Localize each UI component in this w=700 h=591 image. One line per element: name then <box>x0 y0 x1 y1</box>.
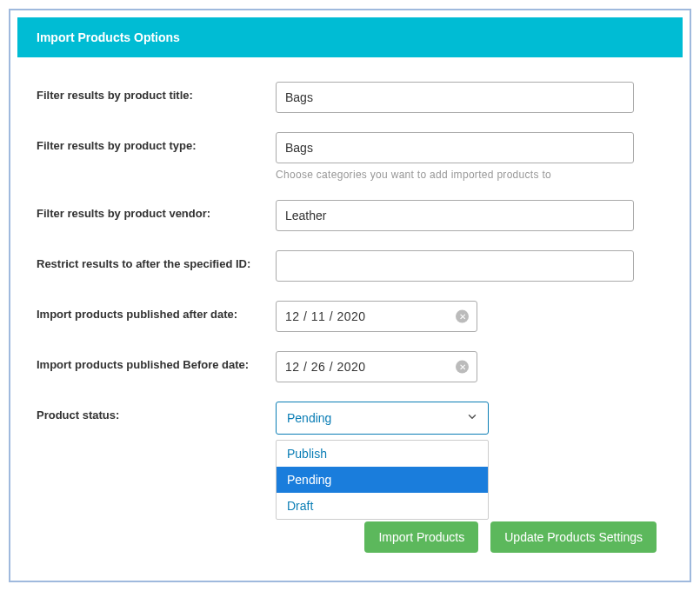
update-settings-button[interactable]: Update Products Settings <box>490 521 657 553</box>
label-published-after: Import products published after date: <box>37 301 276 323</box>
panel-header: Import Products Options <box>17 17 683 57</box>
row-product-type: Filter results by product type: Choose c… <box>37 132 663 181</box>
input-product-vendor[interactable] <box>276 200 634 231</box>
status-dropdown: Publish Pending Draft <box>276 440 489 520</box>
label-after-id: Restrict results to after the specified … <box>37 250 276 273</box>
row-after-id: Restrict results to after the specified … <box>37 250 663 282</box>
label-product-title: Filter results by product title: <box>37 82 276 104</box>
clear-icon[interactable]: ✕ <box>456 361 469 374</box>
select-display[interactable]: Pending <box>276 402 489 435</box>
select-product-status[interactable]: Pending <box>276 402 489 435</box>
panel-body: Filter results by product title: Filter … <box>17 57 683 574</box>
input-product-type[interactable] <box>276 132 634 163</box>
row-product-title: Filter results by product title: <box>37 82 663 113</box>
label-product-type: Filter results by product type: <box>37 132 276 155</box>
option-draft[interactable]: Draft <box>277 493 488 519</box>
input-product-title[interactable] <box>276 82 634 113</box>
row-product-status: Product status: Pending Publish Pending … <box>37 402 663 435</box>
clear-icon[interactable]: ✕ <box>456 310 469 323</box>
date-published-after-wrap: ✕ <box>276 301 477 332</box>
help-product-type: Choose categories you want to add import… <box>276 169 634 181</box>
row-published-after: Import products published after date: ✕ <box>37 301 663 332</box>
row-published-before: Import products published Before date: ✕ <box>37 351 663 382</box>
label-product-status: Product status: <box>37 402 276 424</box>
button-row: Import Products Update Products Settings <box>364 521 657 553</box>
input-after-id[interactable] <box>276 250 634 282</box>
outer-frame: Import Products Options Filter results b… <box>9 9 691 582</box>
panel-title: Import Products Options <box>37 30 180 44</box>
date-published-before-wrap: ✕ <box>276 351 477 382</box>
input-published-before[interactable] <box>276 351 477 382</box>
label-product-vendor: Filter results by product vendor: <box>37 200 276 222</box>
row-product-vendor: Filter results by product vendor: <box>37 200 663 231</box>
input-published-after[interactable] <box>276 301 477 332</box>
option-pending[interactable]: Pending <box>277 467 488 493</box>
option-publish[interactable]: Publish <box>277 441 488 467</box>
select-value: Pending <box>287 411 331 425</box>
label-published-before: Import products published Before date: <box>37 351 276 374</box>
import-products-button[interactable]: Import Products <box>364 521 478 553</box>
import-options-panel: Import Products Options Filter results b… <box>17 17 683 574</box>
